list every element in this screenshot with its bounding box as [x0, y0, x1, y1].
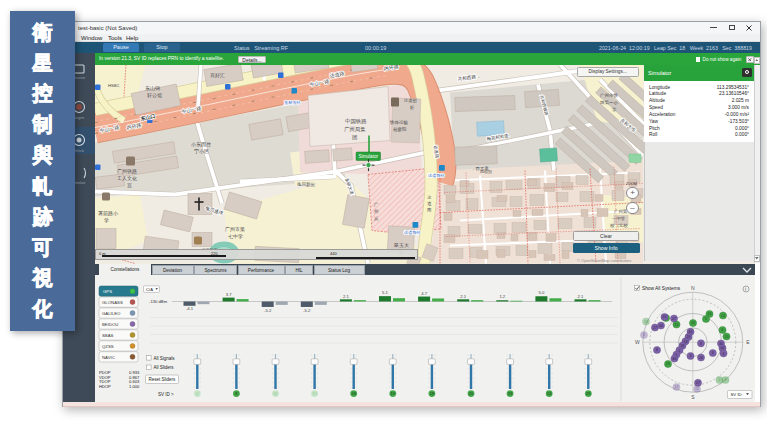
svg-text:N: N [691, 285, 695, 291]
svg-text:东林东站: 东林东站 [284, 99, 302, 104]
svg-text:15: 15 [312, 391, 317, 396]
svg-text:达道樹: 达道樹 [403, 97, 418, 102]
svg-text:29: 29 [666, 362, 670, 366]
svg-text:27: 27 [653, 326, 657, 330]
svg-text:60: 60 [673, 357, 677, 361]
svg-text:Show All Systems: Show All Systems [642, 286, 681, 291]
svg-text:-5.2: -5.2 [303, 308, 311, 313]
svg-text:宫: 宫 [127, 181, 132, 187]
svg-text:8: 8 [700, 342, 702, 346]
svg-text:W: W [635, 339, 640, 345]
svg-text:18: 18 [351, 391, 356, 396]
svg-text:轩: 轩 [410, 104, 415, 109]
svg-text:道: 道 [427, 200, 432, 205]
svg-text:翠玉大: 翠玉大 [393, 241, 409, 247]
svg-text:轩公馆: 轩公馆 [147, 91, 162, 97]
svg-text:学: 学 [612, 106, 617, 111]
svg-text:2.1: 2.1 [343, 294, 349, 299]
svg-text:校（北校: 校（北校 [610, 222, 628, 227]
svg-text:BEIDOU: BEIDOU [102, 322, 118, 327]
svg-text:Reset Sliders: Reset Sliders [149, 377, 177, 382]
svg-text:百好汇: 百好汇 [210, 71, 225, 78]
svg-text:广州铁路: 广州铁路 [117, 167, 137, 173]
svg-text:广州市第: 广州市第 [225, 225, 245, 231]
svg-text:3: 3 [690, 354, 692, 358]
svg-text:GALILEO: GALILEO [102, 311, 121, 316]
svg-text:44: 44 [659, 324, 663, 328]
svg-text:4: 4 [723, 352, 725, 356]
svg-text:20: 20 [469, 391, 474, 396]
svg-text:C/A: C/A [146, 287, 153, 292]
svg-text:署前路小: 署前路小 [98, 209, 118, 216]
svg-text:Targets: Targets [74, 116, 85, 120]
svg-text:19: 19 [644, 320, 648, 324]
svg-text:东山锦: 东山锦 [145, 84, 160, 90]
svg-text:All Signals: All Signals [154, 356, 176, 361]
svg-text:27: 27 [696, 381, 700, 385]
svg-text:达道路站: 达道路站 [403, 229, 422, 234]
svg-text:广: 广 [374, 201, 379, 206]
svg-text:30: 30 [719, 342, 723, 346]
svg-text:5.0: 5.0 [538, 290, 544, 295]
svg-text:达道路站: 达道路站 [427, 172, 446, 177]
svg-text:19: 19 [391, 391, 396, 396]
svg-text:小东园住: 小东园住 [191, 140, 211, 147]
svg-text:2.1: 2.1 [460, 294, 466, 299]
svg-text:广州市铁: 广州市铁 [600, 91, 619, 97]
svg-text:一中学: 一中学 [612, 215, 626, 220]
svg-text:10: 10 [691, 321, 695, 325]
svg-text:9: 9 [725, 378, 727, 382]
svg-text:18: 18 [675, 385, 679, 389]
svg-text:铁路运输: 铁路运输 [389, 118, 409, 125]
svg-text:SV ID >: SV ID > [158, 392, 174, 397]
svg-text:中国铁路: 中国铁路 [345, 117, 367, 124]
svg-text:南: 南 [427, 206, 432, 211]
svg-text:GLONASS: GLONASS [102, 300, 123, 305]
svg-text:GPS: GPS [103, 289, 112, 294]
svg-text:检察院: 检察院 [393, 125, 407, 131]
svg-text:达: 达 [427, 194, 432, 199]
svg-text:QZSS: QZSS [102, 344, 114, 349]
svg-text:3.7: 3.7 [226, 292, 232, 297]
svg-text:Vehicle: Vehicle [74, 149, 85, 153]
svg-text:E: E [746, 339, 750, 345]
svg-text:29: 29 [586, 391, 591, 396]
svg-text:SBAS: SBAS [102, 333, 114, 338]
svg-text:5: 5 [705, 317, 707, 321]
svg-text:HDOP: HDOP [99, 384, 111, 389]
svg-text:3: 3 [643, 333, 645, 337]
svg-text:23: 23 [508, 391, 513, 396]
svg-text:5.1: 5.1 [382, 290, 388, 295]
svg-text:Simulator: Simulator [359, 154, 379, 159]
svg-text:广州局集: 广州局集 [344, 125, 366, 132]
svg-text:工人文化: 工人文化 [117, 174, 137, 181]
svg-text:2: 2 [719, 378, 721, 382]
svg-text:20: 20 [725, 335, 729, 339]
svg-text:2.1: 2.1 [578, 294, 584, 299]
svg-text:SV ID: SV ID [731, 392, 742, 397]
svg-text:宾: 宾 [374, 215, 379, 220]
svg-text:4: 4 [712, 351, 714, 355]
svg-text:团: 团 [352, 133, 357, 140]
svg-text:-130 dBm: -130 dBm [149, 299, 168, 304]
svg-text:All Sliders: All Sliders [154, 365, 175, 370]
svg-text:27: 27 [672, 317, 676, 321]
svg-text:NAVIC: NAVIC [102, 355, 115, 360]
svg-text:路第一小: 路第一小 [600, 99, 619, 104]
svg-text:州: 州 [374, 208, 379, 213]
svg-text:HSBC: HSBC [108, 82, 120, 87]
svg-text:12: 12 [721, 314, 725, 318]
svg-text:8: 8 [656, 348, 658, 352]
svg-text:15: 15 [675, 323, 679, 327]
svg-text:-4.1: -4.1 [186, 306, 194, 311]
svg-text:24: 24 [699, 356, 703, 360]
svg-text:24: 24 [547, 391, 552, 396]
svg-text:1.2: 1.2 [499, 294, 505, 299]
svg-text:S: S [691, 394, 695, 400]
svg-text:4.7: 4.7 [421, 291, 427, 296]
svg-text:32: 32 [695, 387, 699, 391]
svg-text:i: i [745, 287, 746, 292]
svg-text:七中学: 七中学 [228, 232, 243, 238]
svg-text:22: 22 [663, 315, 667, 319]
svg-text:宁小区: 宁小区 [194, 147, 209, 153]
